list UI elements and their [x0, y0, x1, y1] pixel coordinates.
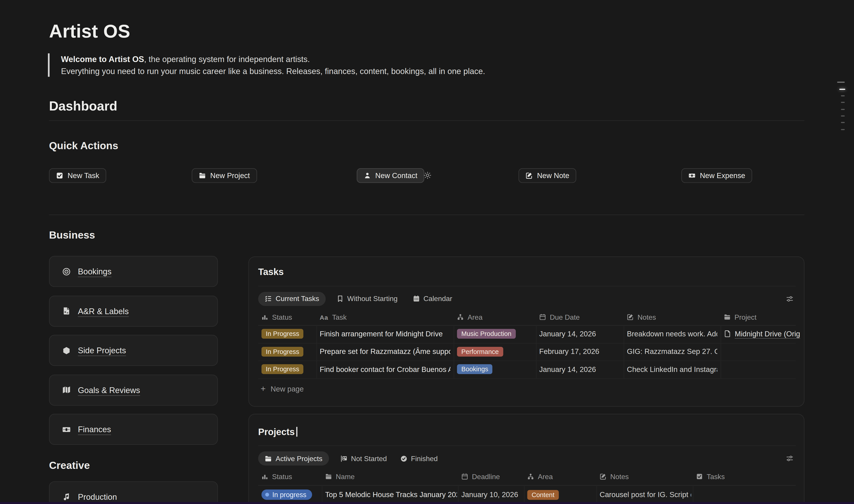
column-name[interactable]: Name: [325, 473, 355, 481]
relation-icon: [527, 473, 534, 480]
production-link[interactable]: Production: [78, 492, 117, 502]
new-task-button[interactable]: New Task: [49, 168, 106, 183]
deadline[interactable]: January 10, 2026: [461, 485, 522, 504]
new-project-button[interactable]: New Project: [192, 168, 257, 183]
sidebar-item-finances[interactable]: Finances: [49, 414, 218, 445]
project-name[interactable]: Top 5 Melodic House Tracks January 202: [325, 485, 457, 504]
new-expense-label: New Expense: [700, 172, 745, 180]
relation-icon: [457, 314, 464, 321]
column-area[interactable]: Area: [457, 313, 483, 321]
bar-chart-icon: [262, 314, 268, 321]
outline-dash[interactable]: [841, 115, 845, 116]
outline-dash-active[interactable]: [839, 89, 845, 90]
status-badge[interactable]: In Progress: [262, 347, 304, 356]
sidebar-item-bookings[interactable]: Bookings: [49, 256, 218, 287]
folder-icon: [724, 314, 731, 321]
target-icon: [62, 267, 71, 276]
calendar-icon: [539, 314, 546, 321]
column-notes[interactable]: Notes: [627, 313, 656, 321]
outline-dash[interactable]: [837, 82, 845, 83]
outline-dash[interactable]: [841, 129, 845, 130]
column-status[interactable]: Status: [262, 473, 292, 481]
goals-reviews-link[interactable]: Goals & Reviews: [78, 385, 140, 395]
bookings-link[interactable]: Bookings: [78, 267, 111, 276]
area-badge[interactable]: Music Production: [457, 329, 516, 339]
area-badge[interactable]: Bookings: [457, 364, 493, 374]
table-row[interactable]: In progress Top 5 Melodic House Tracks J…: [249, 485, 804, 504]
column-status-label: Status: [272, 473, 292, 481]
notes-text[interactable]: Carousel post for IG. Script do: [600, 485, 691, 504]
outline-dash[interactable]: [841, 102, 845, 103]
due-date[interactable]: January 14, 2026: [539, 360, 621, 378]
table-row[interactable]: In Progress Prepare set for Razzmatazz (…: [249, 343, 804, 361]
sidebar-item-production[interactable]: Production: [49, 481, 218, 504]
new-note-button[interactable]: New Note: [518, 168, 576, 183]
status-badge[interactable]: In progress: [262, 489, 312, 500]
outline-dash[interactable]: [841, 122, 845, 123]
column-tasks[interactable]: Tasks: [696, 473, 725, 481]
text-icon: Aa: [320, 314, 328, 320]
sidebar-item-goals-reviews[interactable]: Goals & Reviews: [49, 374, 218, 406]
table-row[interactable]: In Progress Finish arrangement for Midni…: [249, 325, 804, 343]
divider: [258, 286, 796, 286]
task-title[interactable]: Find booker contact for Crobar Buenos Ai: [320, 360, 450, 378]
tab-calendar[interactable]: Calendar: [406, 291, 459, 306]
status-badge[interactable]: In Progress: [262, 329, 304, 339]
bookmark-icon: [336, 295, 343, 302]
tab-finished[interactable]: Finished: [393, 451, 444, 466]
notes-text[interactable]: Check LinkedIn and Instagram: [627, 360, 717, 378]
tasks-panel: Tasks Current Tasks Without Starting Cal…: [248, 256, 805, 407]
sidebar-item-side-projects[interactable]: Side Projects: [49, 335, 218, 366]
kanban-icon: [340, 455, 347, 462]
task-title[interactable]: Finish arrangement for Midnight Drive: [320, 325, 450, 343]
area-badge[interactable]: Performance: [457, 347, 503, 356]
side-projects-link[interactable]: Side Projects: [78, 346, 126, 355]
sliders-icon[interactable]: [786, 455, 794, 462]
column-task[interactable]: AaTask: [320, 313, 347, 321]
map-icon: [62, 385, 71, 394]
ar-labels-link[interactable]: A&R & Labels: [78, 306, 129, 316]
welcome-quote-rest: , the operating system for independent a…: [144, 54, 310, 64]
gear-icon[interactable]: [423, 171, 432, 180]
tab-active-projects[interactable]: Active Projects: [258, 451, 329, 466]
column-area[interactable]: Area: [527, 473, 553, 481]
column-status[interactable]: Status: [262, 313, 292, 321]
status-badge[interactable]: In Progress: [262, 364, 304, 374]
column-notes[interactable]: Notes: [600, 473, 629, 481]
column-project[interactable]: Project: [724, 313, 757, 321]
notes-text[interactable]: GIG: Razzmatazz Sep 27. Ope: [627, 343, 717, 361]
notes-text[interactable]: Breakdown needs work. Add t: [627, 325, 717, 343]
tab-without-starting[interactable]: Without Starting: [330, 291, 404, 306]
tab-current-tasks[interactable]: Current Tasks: [258, 291, 326, 306]
outline-dash[interactable]: [841, 109, 845, 110]
new-page-button[interactable]: + New page: [261, 383, 304, 395]
new-page-label: New page: [271, 384, 304, 393]
column-deadline[interactable]: Deadline: [461, 473, 500, 481]
bottom-taskbar-edge: [0, 502, 854, 504]
outline-dash[interactable]: [841, 95, 845, 96]
finances-link[interactable]: Finances: [78, 425, 111, 434]
page-icon: [724, 330, 731, 338]
column-name-label: Name: [336, 473, 355, 481]
check-circle-icon: [400, 455, 407, 462]
new-contact-button[interactable]: New Contact: [357, 168, 424, 183]
sidebar-item-ar-labels[interactable]: A&R & Labels: [49, 295, 218, 327]
new-note-label: New Note: [537, 172, 569, 180]
area-badge[interactable]: Content: [527, 490, 559, 500]
project-link[interactable]: Midnight Drive (Origin: [735, 330, 800, 338]
table-row[interactable]: In Progress Find booker contact for Crob…: [249, 360, 804, 378]
due-date[interactable]: February 17, 2026: [539, 343, 621, 361]
task-title[interactable]: Prepare set for Razzmatazz (Âme suppor: [320, 343, 450, 361]
due-date[interactable]: January 14, 2026: [539, 325, 621, 343]
page-title: Artist OS: [49, 21, 130, 42]
column-deadline-label: Deadline: [472, 473, 500, 481]
divider: [49, 215, 804, 215]
tasks-table-header: Status AaTask Area Due Date Notes Projec…: [249, 313, 804, 324]
tab-without-starting-label: Without Starting: [347, 294, 398, 303]
business-heading: Business: [49, 229, 95, 241]
status-dot: [265, 493, 269, 497]
column-due-date[interactable]: Due Date: [539, 313, 580, 321]
tab-not-started[interactable]: Not Started: [334, 451, 393, 466]
sliders-icon[interactable]: [786, 295, 794, 303]
new-expense-button[interactable]: New Expense: [681, 168, 752, 183]
